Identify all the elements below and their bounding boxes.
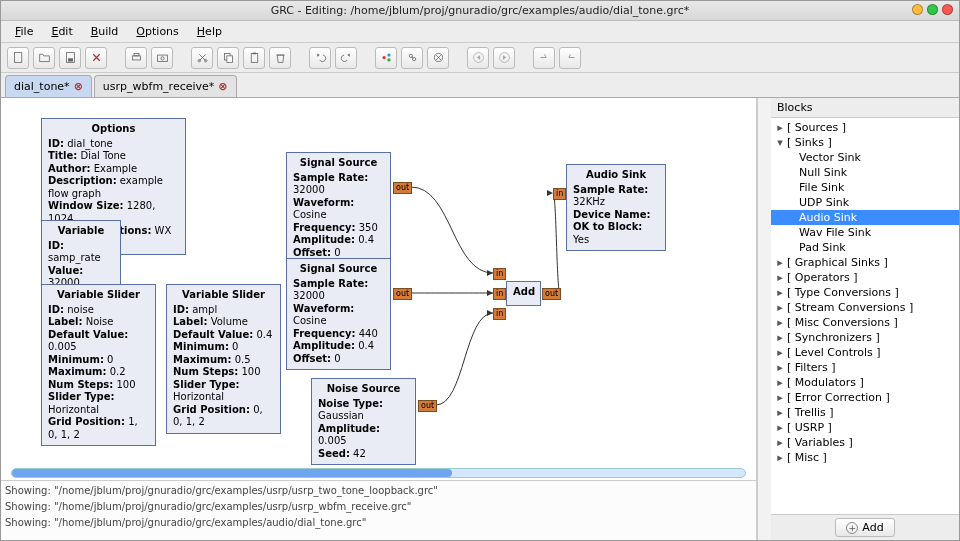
copy-icon[interactable] bbox=[217, 47, 239, 69]
tree-item[interactable]: Wav File Sink bbox=[771, 225, 959, 240]
rotate-left-icon[interactable] bbox=[533, 47, 555, 69]
chevron-right-icon[interactable]: ▸ bbox=[775, 346, 785, 359]
port-out[interactable]: out bbox=[393, 288, 412, 300]
tree-item[interactable]: Vector Sink bbox=[771, 150, 959, 165]
menu-help[interactable]: Help bbox=[189, 23, 230, 40]
prev-icon[interactable] bbox=[467, 47, 489, 69]
blocks-tree[interactable]: ▸[ Sources ]▾[ Sinks ]Vector SinkNull Si… bbox=[771, 118, 959, 514]
tree-category[interactable]: ▸[ Misc Conversions ] bbox=[771, 315, 959, 330]
add-button[interactable]: + Add bbox=[835, 518, 894, 537]
tree-category[interactable]: ▸[ USRP ] bbox=[771, 420, 959, 435]
chevron-right-icon[interactable]: ▸ bbox=[775, 391, 785, 404]
tree-category[interactable]: ▸[ Graphical Sinks ] bbox=[771, 255, 959, 270]
delete-icon[interactable] bbox=[269, 47, 291, 69]
tree-item[interactable]: UDP Sink bbox=[771, 195, 959, 210]
kill-icon[interactable] bbox=[427, 47, 449, 69]
menu-build[interactable]: Build bbox=[83, 23, 127, 40]
tree-category[interactable]: ▸[ Trellis ] bbox=[771, 405, 959, 420]
svg-rect-3 bbox=[132, 56, 140, 60]
next-icon[interactable] bbox=[493, 47, 515, 69]
tab-close-icon[interactable]: ⊗ bbox=[218, 80, 227, 93]
block-add[interactable]: Add bbox=[506, 281, 541, 306]
chevron-right-icon[interactable]: ▸ bbox=[775, 406, 785, 419]
canvas-v-scrollbar[interactable] bbox=[757, 98, 771, 540]
tree-category[interactable]: ▸[ Variables ] bbox=[771, 435, 959, 450]
save-icon[interactable] bbox=[59, 47, 81, 69]
block-param: ID: dial_tone bbox=[48, 138, 179, 151]
console-line: Showing: "/home/jblum/proj/gnuradio/grc/… bbox=[5, 499, 752, 515]
execute-icon[interactable] bbox=[401, 47, 423, 69]
chevron-down-icon[interactable]: ▾ bbox=[775, 136, 785, 149]
blocks-sidebar: Blocks ▸[ Sources ]▾[ Sinks ]Vector Sink… bbox=[771, 98, 959, 540]
tree-category[interactable]: ▸[ Error Correction ] bbox=[771, 390, 959, 405]
rotate-right-icon[interactable] bbox=[559, 47, 581, 69]
chevron-right-icon[interactable]: ▸ bbox=[775, 271, 785, 284]
tab-dial_tone-[interactable]: dial_tone*⊗ bbox=[5, 75, 92, 97]
tree-category[interactable]: ▸[ Type Conversions ] bbox=[771, 285, 959, 300]
close-file-icon[interactable] bbox=[85, 47, 107, 69]
flowgraph-canvas[interactable]: OptionsID: dial_toneTitle: Dial ToneAuth… bbox=[1, 98, 756, 466]
undo-icon[interactable] bbox=[309, 47, 331, 69]
tree-category[interactable]: ▸[ Sources ] bbox=[771, 120, 959, 135]
redo-icon[interactable] bbox=[335, 47, 357, 69]
chevron-right-icon[interactable]: ▸ bbox=[775, 286, 785, 299]
block-noise-source[interactable]: Noise SourceNoise Type: GaussianAmplitud… bbox=[311, 378, 416, 465]
block-param: Minimum: 0 bbox=[173, 341, 274, 354]
chevron-right-icon[interactable]: ▸ bbox=[775, 256, 785, 269]
port-out[interactable]: out bbox=[393, 182, 412, 194]
chevron-right-icon[interactable]: ▸ bbox=[775, 421, 785, 434]
tree-category-label: [ Modulators ] bbox=[787, 376, 864, 389]
block-signal-source-2[interactable]: Signal SourceSample Rate: 32000Waveform:… bbox=[286, 258, 391, 370]
chevron-right-icon[interactable]: ▸ bbox=[775, 361, 785, 374]
tree-category[interactable]: ▸[ Misc ] bbox=[771, 450, 959, 465]
chevron-right-icon[interactable]: ▸ bbox=[775, 331, 785, 344]
block-variable-slider-ampl[interactable]: Variable SliderID: amplLabel: VolumeDefa… bbox=[166, 284, 281, 434]
block-variable-slider-noise[interactable]: Variable SliderID: noiseLabel: NoiseDefa… bbox=[41, 284, 156, 446]
chevron-right-icon[interactable]: ▸ bbox=[775, 451, 785, 464]
chevron-right-icon[interactable]: ▸ bbox=[775, 121, 785, 134]
port-out[interactable]: out bbox=[542, 288, 561, 300]
titlebar: GRC - Editing: /home/jblum/proj/gnuradio… bbox=[1, 1, 959, 21]
tab-usrp_wbfm_receive-[interactable]: usrp_wbfm_receive*⊗ bbox=[94, 75, 237, 97]
print-icon[interactable] bbox=[125, 47, 147, 69]
port-in[interactable]: in bbox=[493, 308, 506, 320]
port-out[interactable]: out bbox=[418, 400, 437, 412]
menu-edit[interactable]: Edit bbox=[43, 23, 80, 40]
tree-item[interactable]: File Sink bbox=[771, 180, 959, 195]
tree-category[interactable]: ▸[ Filters ] bbox=[771, 360, 959, 375]
maximize-button[interactable] bbox=[927, 4, 938, 15]
paste-icon[interactable] bbox=[243, 47, 265, 69]
block-title: Signal Source bbox=[293, 157, 384, 170]
block-param: ID: samp_rate bbox=[48, 240, 114, 265]
close-button[interactable] bbox=[942, 4, 953, 15]
menu-options[interactable]: Options bbox=[128, 23, 186, 40]
tree-item[interactable]: Null Sink bbox=[771, 165, 959, 180]
tab-close-icon[interactable]: ⊗ bbox=[74, 80, 83, 93]
new-file-icon[interactable] bbox=[7, 47, 29, 69]
block-audio-sink[interactable]: Audio SinkSample Rate: 32KHzDevice Name:… bbox=[566, 164, 666, 251]
cut-icon[interactable] bbox=[191, 47, 213, 69]
port-in[interactable]: in bbox=[553, 188, 566, 200]
tree-category[interactable]: ▸[ Modulators ] bbox=[771, 375, 959, 390]
chevron-right-icon[interactable]: ▸ bbox=[775, 301, 785, 314]
block-signal-source-1[interactable]: Signal SourceSample Rate: 32000Waveform:… bbox=[286, 152, 391, 264]
tree-category[interactable]: ▸[ Stream Conversions ] bbox=[771, 300, 959, 315]
generate-icon[interactable] bbox=[375, 47, 397, 69]
minimize-button[interactable] bbox=[912, 4, 923, 15]
screenshot-icon[interactable] bbox=[151, 47, 173, 69]
canvas-h-scrollbar[interactable] bbox=[1, 466, 756, 480]
menu-file[interactable]: File bbox=[7, 23, 41, 40]
tree-category[interactable]: ▸[ Operators ] bbox=[771, 270, 959, 285]
chevron-right-icon[interactable]: ▸ bbox=[775, 316, 785, 329]
tree-category-label: [ Misc Conversions ] bbox=[787, 316, 898, 329]
port-in[interactable]: in bbox=[493, 268, 506, 280]
chevron-right-icon[interactable]: ▸ bbox=[775, 376, 785, 389]
tree-item[interactable]: Audio Sink bbox=[771, 210, 959, 225]
port-in[interactable]: in bbox=[493, 288, 506, 300]
tree-category[interactable]: ▾[ Sinks ] bbox=[771, 135, 959, 150]
tree-category[interactable]: ▸[ Level Controls ] bbox=[771, 345, 959, 360]
open-file-icon[interactable] bbox=[33, 47, 55, 69]
chevron-right-icon[interactable]: ▸ bbox=[775, 436, 785, 449]
tree-item[interactable]: Pad Sink bbox=[771, 240, 959, 255]
tree-category[interactable]: ▸[ Synchronizers ] bbox=[771, 330, 959, 345]
